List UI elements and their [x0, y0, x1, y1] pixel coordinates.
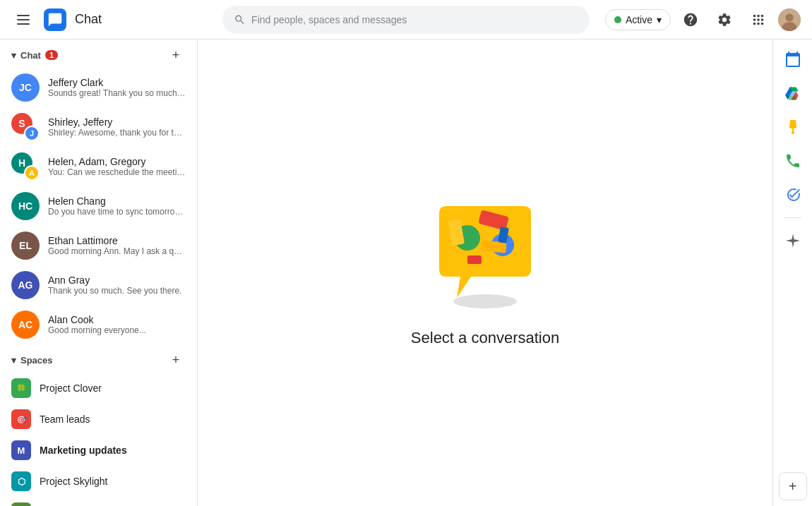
chat-section-title[interactable]: ▾ Chat 1 [11, 50, 58, 61]
empty-state-label: Select a conversation [411, 329, 559, 347]
space-icon: 🍀 [11, 378, 31, 398]
chat-name: Ann Gray [48, 275, 186, 286]
keep-icon-button[interactable] [779, 113, 807, 141]
chat-info: Jeffery Clark Sounds great! Thank you so… [48, 77, 186, 98]
search-input[interactable] [251, 14, 578, 25]
status-button[interactable]: Active ▾ [605, 9, 671, 30]
space-icon: M [11, 440, 31, 460]
chat-name: Jeffery Clark [48, 77, 186, 88]
empty-state: Select a conversation [411, 199, 559, 347]
chat-preview: Do you have time to sync tomorrow mori..… [48, 207, 186, 217]
app-title: Chat [75, 12, 102, 27]
status-label: Active [626, 14, 652, 25]
chat-item-jeffery-clark[interactable]: JC Jeffery Clark Sounds great! Thank you… [0, 68, 197, 107]
drive-icon-button[interactable] [779, 79, 807, 107]
status-chevron: ▾ [657, 14, 662, 25]
avatar: AG [11, 271, 40, 299]
chat-item-alan-cook[interactable]: AC Alan Cook Good morning everyone... [0, 305, 197, 344]
calendar-icon-button[interactable] [779, 45, 807, 73]
apps-button[interactable] [744, 6, 772, 34]
chat-info: Helen, Adam, Gregory You: Can we resched… [48, 156, 186, 177]
avatar: S J [11, 113, 40, 141]
spaces-section-label: Spaces [20, 355, 53, 366]
chat-name: Shirley, Jeffery [48, 116, 186, 128]
right-sidebar: + [772, 40, 812, 506]
add-app-button[interactable]: + [779, 472, 807, 500]
svg-point-1 [785, 13, 793, 21]
space-icon: Y [11, 502, 31, 506]
space-name: Project Clover [40, 382, 102, 394]
right-divider [784, 217, 801, 218]
new-chat-button[interactable]: + [166, 45, 186, 65]
avatar: EL [11, 231, 40, 260]
avatar: H A [11, 152, 40, 181]
chat-section-header: ▾ Chat 1 + [0, 40, 197, 68]
space-item-project-skylight[interactable]: ⬡ Project Skylight [0, 466, 197, 497]
chat-name: Helen, Adam, Gregory [48, 156, 186, 167]
header-center [209, 6, 603, 34]
space-name: Project Skylight [40, 476, 107, 487]
chat-name: Alan Cook [48, 314, 186, 325]
tasks-icon-button[interactable] [779, 181, 807, 209]
chat-illustration [429, 199, 542, 312]
space-icon: ⬡ [11, 471, 31, 491]
user-avatar[interactable] [778, 8, 801, 31]
svg-point-3 [453, 294, 517, 308]
space-icon: 🎯 [11, 409, 31, 429]
header-left: Chat [11, 6, 209, 33]
chat-preview: Good morning Ann. May I ask a question? [48, 246, 186, 256]
chat-item-shirley-jeffery[interactable]: S J Shirley, Jeffery Shirley: Awesome, t… [0, 107, 197, 147]
search-bar[interactable] [222, 6, 590, 34]
new-space-button[interactable]: + [166, 350, 186, 370]
header-right: Active ▾ [603, 6, 801, 34]
chat-section-label: Chat [20, 50, 41, 61]
space-name: Team leads [40, 414, 90, 425]
settings-button[interactable] [710, 6, 739, 34]
chat-name: Helen Chang [48, 195, 186, 207]
chat-item-ann-gray[interactable]: AG Ann Gray Thank you so much. See you t… [0, 265, 197, 305]
phone-icon-button[interactable] [779, 147, 807, 175]
chat-list: JC Jeffery Clark Sounds great! Thank you… [0, 68, 197, 344]
chat-item-helen-adam-gregory[interactable]: H A Helen, Adam, Gregory You: Can we res… [0, 147, 197, 186]
status-indicator [614, 16, 621, 23]
chat-preview: Shirley: Awesome, thank you for the... [48, 128, 186, 138]
space-name: Marketing updates [40, 445, 127, 456]
avatar: JC [11, 73, 40, 102]
avatar: AC [11, 311, 40, 339]
chat-name: Ethan Lattimore [48, 235, 186, 246]
spaces-section-title[interactable]: ▾ Spaces [11, 355, 53, 366]
space-item-team-leads[interactable]: 🎯 Team leads [0, 404, 197, 435]
chat-info: Helen Chang Do you have time to sync tom… [48, 195, 186, 217]
app-logo [44, 8, 66, 31]
svg-rect-11 [790, 127, 796, 128]
chat-preview: Thank you so much. See you there. [48, 286, 186, 296]
space-item-project-clover[interactable]: 🍀 Project Clover [0, 373, 197, 404]
chat-item-ethan-lattimore[interactable]: EL Ethan Lattimore Good morning Ann. May… [0, 226, 197, 265]
space-item-yoga-relaxation[interactable]: Y Yoga and Relaxation [0, 497, 197, 506]
main-content: Select a conversation [198, 40, 772, 506]
avatar: HC [11, 192, 40, 220]
help-button[interactable] [676, 6, 705, 34]
app-header: Chat Active ▾ [0, 0, 812, 40]
gemini-icon-button[interactable] [779, 227, 807, 255]
chat-info: Ann Gray Thank you so much. See you ther… [48, 275, 186, 296]
chat-preview: Good morning everyone... [48, 325, 186, 335]
chat-preview: Sounds great! Thank you so much Ann! [48, 88, 186, 98]
chat-item-helen-chang[interactable]: HC Helen Chang Do you have time to sync … [0, 186, 197, 226]
spaces-section-chevron: ▾ [11, 355, 16, 366]
svg-point-12 [792, 131, 794, 134]
sidebar: ▾ Chat 1 + JC Jeffery Clark Sounds great… [0, 40, 198, 506]
search-icon [234, 13, 246, 26]
spaces-list: 🍀 Project Clover 🎯 Team leads M Marketin… [0, 373, 197, 506]
chat-info: Ethan Lattimore Good morning Ann. May I … [48, 235, 186, 256]
space-item-marketing-updates[interactable]: M Marketing updates [0, 435, 197, 466]
chat-badge: 1 [45, 50, 58, 60]
chat-info: Alan Cook Good morning everyone... [48, 314, 186, 335]
svg-rect-9 [467, 255, 482, 264]
main-layout: ▾ Chat 1 + JC Jeffery Clark Sounds great… [0, 40, 812, 506]
chat-info: Shirley, Jeffery Shirley: Awesome, thank… [48, 116, 186, 138]
hamburger-menu[interactable] [11, 6, 35, 33]
spaces-section-header: ▾ Spaces + [0, 344, 197, 373]
chat-section-chevron: ▾ [11, 50, 16, 61]
chat-preview: You: Can we reschedule the meeting for..… [48, 167, 186, 177]
